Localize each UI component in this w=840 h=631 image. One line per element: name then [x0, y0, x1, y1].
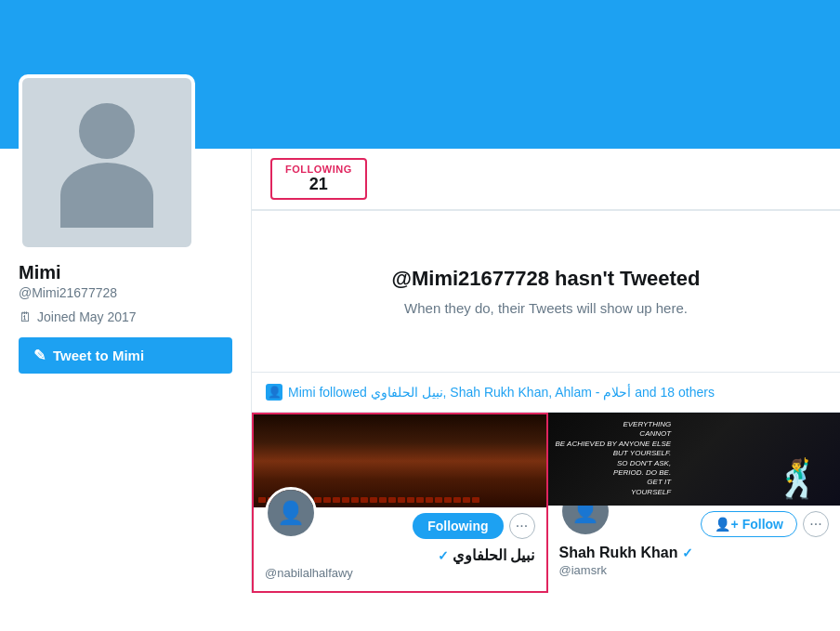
- following-value: 21: [309, 175, 328, 194]
- left-sidebar: Mimi @Mimi21677728 🗓 Joined May 2017 ✎ T…: [0, 149, 251, 593]
- card-name-srk: Shah Rukh Khan ✓: [559, 545, 830, 561]
- followed-names: نبيل الحلفاوي, Shah Rukh Khan,: [371, 385, 556, 400]
- profile-handle: @Mimi21677728: [9, 285, 242, 300]
- empty-title: @Mimi21677728 hasn't Tweeted: [289, 267, 803, 291]
- user-card-nabil: 👤 Following ··· نبيل الحلفاوي ✓: [252, 413, 548, 593]
- card-handle-nabil: @nabilalhalfawy: [265, 566, 535, 580]
- follow-person-icon: 👤+: [715, 517, 738, 532]
- right-content: FOLLOWING 21 @Mimi21677728 hasn't Tweete…: [251, 149, 840, 593]
- tweet-to-mimi-button[interactable]: ✎ Tweet to Mimi: [19, 337, 232, 374]
- tweet-compose-icon: ✎: [33, 347, 46, 364]
- srk-figure: 🕺: [775, 457, 821, 501]
- srk-banner-text: EVERYTHINGCANNOTBE ACHIEVED BY ANYONE EL…: [556, 420, 672, 497]
- card-actions-srk: 👤+ Follow ···: [701, 511, 829, 537]
- calendar-icon: 🗓: [19, 309, 32, 324]
- profile-area: Mimi @Mimi21677728 🗓 Joined May 2017 ✎ T…: [0, 149, 840, 593]
- avatar-head: [79, 103, 135, 159]
- card-content-nabil: 👤 Following ··· نبيل الحلفاوي ✓: [254, 507, 546, 591]
- verified-icon-nabil: ✓: [438, 548, 449, 563]
- srk-banner-content: EVERYTHINGCANNOTBE ACHIEVED BY ANYONE EL…: [548, 413, 841, 506]
- more-options-button-nabil[interactable]: ···: [509, 513, 535, 539]
- more-options-button-srk[interactable]: ···: [803, 511, 829, 537]
- profile-joined: 🗓 Joined May 2017: [9, 309, 242, 324]
- verified-icon-srk: ✓: [682, 546, 693, 560]
- stats-bar: FOLLOWING 21: [252, 149, 840, 210]
- joined-text: Joined May 2017: [37, 309, 137, 324]
- card-handle-srk: @iamsrk: [559, 563, 830, 577]
- card-banner-srk: EVERYTHINGCANNOTBE ACHIEVED BY ANYONE EL…: [548, 413, 841, 506]
- page-wrapper: Mimi @Mimi21677728 🗓 Joined May 2017 ✎ T…: [0, 0, 840, 631]
- follow-button-srk[interactable]: 👤+ Follow: [701, 511, 797, 537]
- followed-and-others: and 18 others: [635, 385, 715, 400]
- tweet-button-label: Tweet to Mimi: [53, 348, 144, 363]
- card-avatar-row-nabil: 👤 Following ···: [265, 487, 535, 539]
- followed-person-icon: 👤: [266, 384, 282, 401]
- card-actions-nabil: Following ···: [413, 513, 534, 539]
- profile-name: Mimi: [9, 262, 242, 283]
- card-name-nabil: نبيل الحلفاوي ✓: [265, 546, 535, 564]
- followed-header: 👤 Mimi followed نبيل الحلفاوي, Shah Rukh…: [252, 373, 840, 413]
- following-stat[interactable]: FOLLOWING 21: [270, 158, 367, 200]
- followed-others-name: Ahlam - أحلام: [555, 385, 635, 400]
- avatar-body: [60, 163, 153, 228]
- followed-section: 👤 Mimi followed نبيل الحلفاوي, Shah Rukh…: [252, 372, 840, 593]
- card-content-srk: 👤 👤+ Follow ···: [548, 506, 841, 588]
- followed-text: Mimi followed نبيل الحلفاوي, Shah Rukh K…: [288, 385, 715, 400]
- avatar-silhouette: [51, 98, 163, 228]
- following-button-nabil[interactable]: Following: [413, 513, 503, 539]
- card-avatar-nabil: 👤: [265, 487, 317, 539]
- empty-tweets-section: @Mimi21677728 hasn't Tweeted When they d…: [252, 211, 840, 353]
- followed-cards: 👤 Following ··· نبيل الحلفاوي ✓: [252, 413, 840, 593]
- user-card-srk: EVERYTHINGCANNOTBE ACHIEVED BY ANYONE EL…: [548, 413, 841, 593]
- card-avatar-img-nabil: 👤: [268, 490, 314, 536]
- avatar: [19, 74, 195, 251]
- following-label: FOLLOWING: [285, 164, 352, 175]
- empty-subtitle: When they do, their Tweets will show up …: [289, 300, 803, 316]
